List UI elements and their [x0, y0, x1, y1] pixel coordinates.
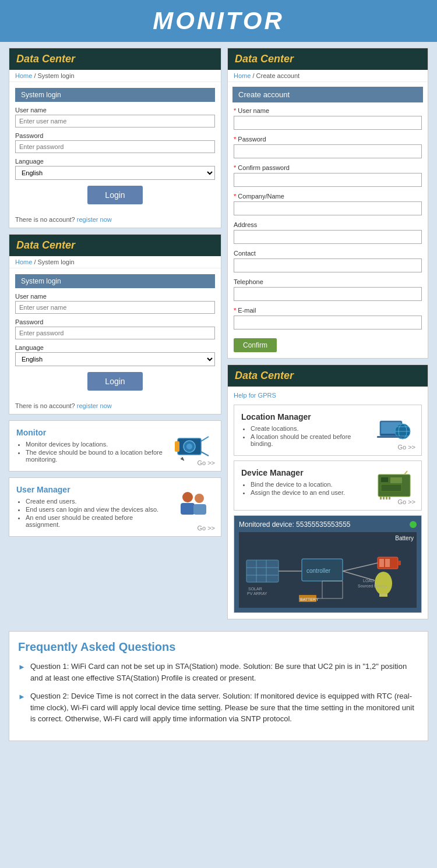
ca-company-input[interactable]: [234, 201, 422, 215]
user-manager-bullet-2: End users can login and view the devices…: [26, 506, 167, 513]
svg-rect-20: [381, 477, 388, 482]
ca-telephone-field: Telephone: [234, 278, 422, 301]
svg-text:SOLAR: SOLAR: [248, 587, 262, 591]
svg-line-3: [201, 437, 209, 441]
breadcrumb-home-1[interactable]: Home: [15, 72, 32, 79]
ca-address-input[interactable]: [234, 230, 422, 244]
ca-telephone-label: Telephone: [234, 278, 422, 285]
faq-item-1: ► Question 1: WiFi Card can not be set u…: [18, 661, 419, 683]
confirm-button[interactable]: Confirm: [234, 338, 277, 352]
faq-title: Frequently Asked Questions: [18, 640, 419, 654]
breadcrumb-1: Home / System login: [9, 70, 221, 82]
login-button-2[interactable]: Login: [87, 372, 142, 391]
ca-password-field: * Password: [234, 136, 422, 158]
device-manager-list: Bind the device to a location. Assign th…: [241, 481, 368, 496]
svg-text:🔌: 🔌: [179, 456, 185, 461]
ca-username-input[interactable]: [234, 116, 422, 130]
svg-rect-21: [390, 477, 402, 483]
monitor-go-link[interactable]: Go >>: [197, 459, 215, 466]
password-label-2: Password: [15, 318, 215, 325]
left-column: Data Center Home / System login System l…: [9, 48, 221, 619]
ca-username-field: * User name: [234, 107, 422, 130]
username-field-1: User name: [15, 107, 215, 127]
breadcrumb-home-create[interactable]: Home: [234, 72, 251, 79]
svg-text:LOAD: LOAD: [363, 579, 374, 583]
battery-label: Battery: [395, 535, 414, 541]
svg-rect-28: [246, 560, 279, 582]
device-manager-body: Device Manager Bind the device to a loca…: [241, 468, 368, 497]
register-link-2[interactable]: register now: [77, 402, 112, 409]
svg-rect-18: [377, 436, 403, 438]
breadcrumb-home-2[interactable]: Home: [15, 258, 32, 265]
ca-password-input[interactable]: [234, 144, 422, 158]
monitor-card: Monitor Monitor devices by locations. Th…: [9, 420, 221, 472]
location-manager-body: Location Manager Create locations. A loc…: [241, 412, 368, 448]
dc-header-gprs: Data Center: [228, 365, 428, 387]
dc-label-gprs: Data Center: [235, 370, 294, 381]
device-manager-title: Device Manager: [241, 468, 368, 477]
svg-rect-40: [385, 559, 390, 567]
svg-rect-26: [386, 497, 387, 499]
user-manager-bullet-1: Create end users.: [26, 498, 167, 505]
monitor-diagram: Battery SOLAR PV ARRAY c: [239, 532, 417, 608]
location-bullet-1: Create locations.: [251, 425, 368, 432]
ca-contact-input[interactable]: [234, 258, 422, 272]
help-gprs-link[interactable]: Help for GPRS: [234, 392, 276, 399]
device-go-link[interactable]: Go >>: [397, 498, 415, 505]
monitor-bullet-1: Monitor devices by locations.: [26, 441, 167, 448]
svg-rect-24: [380, 497, 382, 499]
user-manager-body: User Manager Create end users. End users…: [16, 485, 167, 529]
users-icon: [173, 485, 214, 520]
breadcrumb-page-create: Create account: [256, 72, 300, 79]
faq-item-2: ► Question 2: Device Time is not correct…: [18, 690, 419, 725]
login-form-title-2: System login: [15, 274, 215, 288]
login-form-title-1: System login: [15, 88, 215, 102]
username-input-2[interactable]: [15, 301, 215, 314]
user-manager-go-link[interactable]: Go >>: [197, 525, 215, 532]
breadcrumb-2: Home / System login: [9, 256, 221, 268]
language-select-2[interactable]: English: [15, 352, 215, 366]
faq-section: Frequently Asked Questions ► Question 1:…: [9, 631, 428, 741]
password-input-2[interactable]: [15, 327, 215, 339]
ca-telephone-input[interactable]: [234, 287, 422, 301]
dc-label-1: Data Center: [16, 53, 75, 65]
login-form-area-2: System login User name Password Language…: [9, 268, 221, 402]
ca-confirm-password-input[interactable]: [234, 173, 422, 187]
create-account-card: Data Center Home / Create account Create…: [227, 48, 428, 359]
device-manager-card: Device Manager Bind the device to a loca…: [234, 460, 422, 511]
password-input-1[interactable]: [15, 140, 215, 153]
svg-text:controller: controller: [306, 568, 331, 574]
device-bullet-1: Bind the device to a location.: [251, 481, 368, 488]
ca-confirm-password-field: * Confirm password: [234, 164, 422, 187]
svg-text:PV ARRAY: PV ARRAY: [247, 591, 267, 596]
svg-rect-42: [379, 594, 387, 597]
svg-rect-25: [383, 497, 385, 499]
ca-email-input[interactable]: [234, 316, 422, 330]
device-bullet-2: Assign the device to an end user.: [251, 489, 368, 496]
svg-rect-38: [398, 561, 401, 565]
monitor-icon: 🔌: [173, 428, 214, 463]
register-link-1[interactable]: register now: [77, 216, 112, 223]
help-gprs-card: Data Center Help for GPRS Location Manag…: [227, 364, 428, 619]
svg-rect-5: [175, 441, 179, 452]
password-field-2: Password: [15, 318, 215, 339]
monitor-card-body: Monitor Monitor devices by locations. Th…: [16, 428, 167, 464]
language-select-1[interactable]: English: [15, 166, 215, 180]
breadcrumb-page-2: System login: [38, 258, 75, 265]
user-manager-list: Create end users. End users can login an…: [16, 498, 167, 528]
location-go-link[interactable]: Go >>: [397, 444, 415, 451]
login-button-1[interactable]: Login: [87, 186, 142, 204]
main-header: MONITOR: [0, 0, 437, 42]
username-input-1[interactable]: [15, 115, 215, 127]
help-gprs-content: Help for GPRS Location Manager Create lo…: [228, 387, 428, 619]
dc-label-2: Data Center: [16, 239, 75, 251]
svg-rect-27: [389, 497, 390, 499]
content-area: Data Center Home / System login System l…: [0, 42, 437, 625]
language-field-1: Language English: [15, 158, 215, 180]
no-account-2: There is no account? register now: [9, 402, 221, 414]
svg-line-46: [343, 563, 378, 571]
password-label-1: Password: [15, 132, 215, 139]
breadcrumb-create: Home / Create account: [228, 70, 428, 82]
language-field-2: Language English: [15, 344, 215, 366]
svg-rect-39: [379, 559, 384, 567]
